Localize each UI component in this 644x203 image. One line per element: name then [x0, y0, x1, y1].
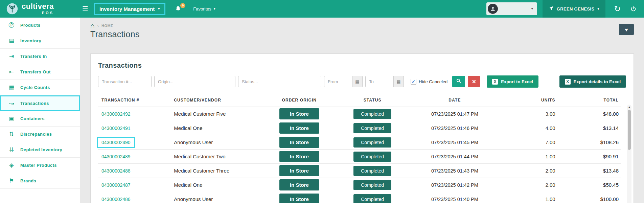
- column-header-units[interactable]: UNITS: [501, 94, 558, 107]
- status-input[interactable]: [238, 76, 321, 87]
- transaction-link[interactable]: 04300002492: [101, 111, 131, 117]
- send-icon: [549, 6, 554, 12]
- date-cell: 07/23/2025 01:40 PM: [409, 192, 500, 203]
- date-cell: 07/23/2025 01:42 PM: [409, 178, 500, 192]
- transaction-number-cell: 04300002488: [98, 164, 171, 178]
- table-row[interactable]: 04300002488Medical Customer ThreeIn Stor…: [98, 164, 621, 178]
- transaction-link[interactable]: 04300002486: [101, 197, 131, 202]
- status-cell: Completed: [336, 192, 409, 203]
- chevron-down-icon: ▾: [597, 7, 599, 10]
- column-header-status[interactable]: STATUS: [336, 94, 409, 107]
- brand-title: cultivera: [22, 3, 54, 10]
- table-row[interactable]: 04300002489Medical Customer TwoIn StoreC…: [98, 150, 621, 164]
- table-row[interactable]: 04300002491Medical OneIn StoreCompleted0…: [98, 121, 621, 135]
- export-to-excel-button[interactable]: X Export to Excel: [487, 75, 538, 88]
- power-icon[interactable]: [630, 6, 637, 12]
- status-cell: Completed: [336, 107, 409, 121]
- menu-icon[interactable]: ☰: [82, 5, 88, 13]
- customer-vendor-cell: Medical Customer Five: [171, 107, 262, 121]
- notifications-button[interactable]: 0: [175, 6, 182, 12]
- sidebar-item-label: Cycle Counts: [20, 85, 50, 90]
- origin-input[interactable]: [154, 76, 235, 87]
- transactions-table: TRANSACTION #CUSTOMER/VENDORORDER ORIGIN…: [98, 94, 621, 203]
- clear-filters-button[interactable]: ×: [468, 76, 480, 87]
- calendar-icon[interactable]: ▦: [352, 76, 363, 87]
- brand-logo[interactable]: cultivera POS: [0, 0, 80, 18]
- customer-vendor-cell: Anonymous User: [171, 135, 262, 150]
- order-origin-badge: In Store: [279, 137, 319, 148]
- sidebar-item-master-products[interactable]: ◈ Master Products: [0, 158, 80, 173]
- favorites-dropdown[interactable]: Favorites ▾: [193, 6, 215, 12]
- filter-bar: ▦ ▦ ✓ Hide Canceled × X: [98, 75, 626, 88]
- table-scrollbar[interactable]: ▲: [627, 105, 631, 203]
- breadcrumb-home[interactable]: HOME: [101, 24, 113, 28]
- avatar: [488, 4, 498, 14]
- column-header-transaction[interactable]: TRANSACTION #: [98, 94, 171, 107]
- sidebar-item-depleted-inventory[interactable]: ⇊ Depleted Inventory: [0, 142, 80, 158]
- refresh-icon[interactable]: ↻: [614, 5, 621, 13]
- date-to-input[interactable]: [365, 76, 394, 87]
- transfers-in-icon: ⇥: [7, 53, 16, 60]
- transaction-link[interactable]: 04300002491: [101, 126, 131, 131]
- sidebar-nav: Ⓟ Products ▤ Inventory ⇥ Transfers In ⇤ …: [0, 18, 80, 203]
- sidebar-item-cycle-counts[interactable]: ▦ Cycle Counts: [0, 80, 80, 95]
- sidebar-item-discrepancies[interactable]: ⇅ Discrepancies: [0, 127, 80, 142]
- table-row[interactable]: 04300002490Anonymous UserIn StoreComplet…: [98, 135, 621, 150]
- date-cell: 07/23/2025 01:47 PM: [409, 107, 500, 121]
- status-badge: Completed: [353, 109, 391, 119]
- transaction-link[interactable]: 04300002487: [101, 182, 131, 188]
- excel-icon: X: [492, 79, 498, 85]
- customer-vendor-cell: Medical Customer Three: [171, 164, 262, 178]
- sidebar-item-label: Transfers Out: [20, 69, 51, 74]
- location-dropdown[interactable]: GREEN GENESIS ▾: [543, 0, 605, 18]
- sidebar-item-containers[interactable]: ▣ Containers: [0, 111, 80, 127]
- excel-icon: X: [565, 79, 571, 85]
- export-details-label: Export details to Excel: [574, 79, 621, 84]
- order-origin-badge: In Store: [279, 122, 319, 134]
- main-content: ⌂ › HOME Transactions ♥ Transactions ▦ ▦…: [80, 18, 644, 203]
- units-cell: 1.00: [501, 192, 558, 203]
- date-cell: 07/23/2025 01:45 PM: [409, 135, 500, 150]
- scrollbar-thumb[interactable]: [628, 110, 631, 150]
- transaction-number-input[interactable]: [98, 76, 152, 87]
- transaction-link[interactable]: 04300002489: [101, 154, 131, 159]
- sidebar-item-transfers-in[interactable]: ⇥ Transfers In: [0, 49, 80, 64]
- transaction-link[interactable]: 04300002488: [101, 168, 131, 174]
- home-icon[interactable]: ⌂: [90, 23, 95, 29]
- sidebar-item-inventory[interactable]: ▤ Inventory: [0, 33, 80, 49]
- customer-vendor-cell: Medical Customer Two: [171, 150, 262, 164]
- customer-vendor-cell: Anonymous User: [171, 192, 262, 203]
- column-header-total[interactable]: TOTAL: [558, 94, 621, 107]
- favorites-label: Favorites: [193, 6, 211, 12]
- date-from-input[interactable]: [324, 76, 352, 87]
- column-header-date[interactable]: DATE: [409, 94, 500, 107]
- column-header-order-origin[interactable]: ORDER ORIGIN: [263, 94, 336, 107]
- scroll-up-icon[interactable]: ▲: [627, 105, 631, 109]
- module-dropdown[interactable]: Inventory Management ▾: [94, 3, 165, 15]
- table-row[interactable]: 04300002487Medical OneIn StoreCompleted0…: [98, 178, 621, 192]
- location-label: GREEN GENESIS: [557, 6, 595, 12]
- hide-canceled-checkbox[interactable]: ✓: [411, 79, 416, 85]
- navbar-right-group: ▾ GREEN GENESIS ▾ ↻: [486, 0, 644, 18]
- status-badge: Completed: [353, 152, 391, 162]
- total-cell: $50.45: [558, 178, 621, 192]
- sidebar-item-products[interactable]: Ⓟ Products: [0, 18, 80, 33]
- date-cell: 07/23/2025 01:46 PM: [409, 121, 500, 135]
- search-button[interactable]: [452, 76, 465, 87]
- transaction-link[interactable]: 04300002490: [97, 137, 135, 148]
- table-row[interactable]: 04300002486Anonymous UserIn StoreComplet…: [98, 192, 621, 203]
- export-details-to-excel-button[interactable]: X Export details to Excel: [559, 75, 626, 88]
- close-icon: ×: [472, 78, 476, 86]
- user-dropdown[interactable]: ▾: [486, 2, 537, 15]
- order-origin-cell: In Store: [263, 164, 336, 178]
- calendar-icon[interactable]: ▦: [394, 76, 404, 87]
- sidebar-item-transfers-out[interactable]: ⇤ Transfers Out: [0, 64, 80, 80]
- sidebar-item-brands[interactable]: ⚑ Brands: [0, 173, 80, 189]
- sidebar-item-label: Inventory: [20, 38, 41, 43]
- column-header-customer-vendor[interactable]: CUSTOMER/VENDOR: [171, 94, 262, 107]
- table-row[interactable]: 04300002492Medical Customer FiveIn Store…: [98, 107, 621, 121]
- transactions-panel: Transactions ▦ ▦ ✓ Hide Canceled: [90, 53, 634, 203]
- sidebar-item-transactions[interactable]: ↝ Transactions: [0, 95, 80, 111]
- favorite-page-button[interactable]: ♥: [619, 24, 634, 35]
- units-cell: 4.00: [501, 121, 558, 135]
